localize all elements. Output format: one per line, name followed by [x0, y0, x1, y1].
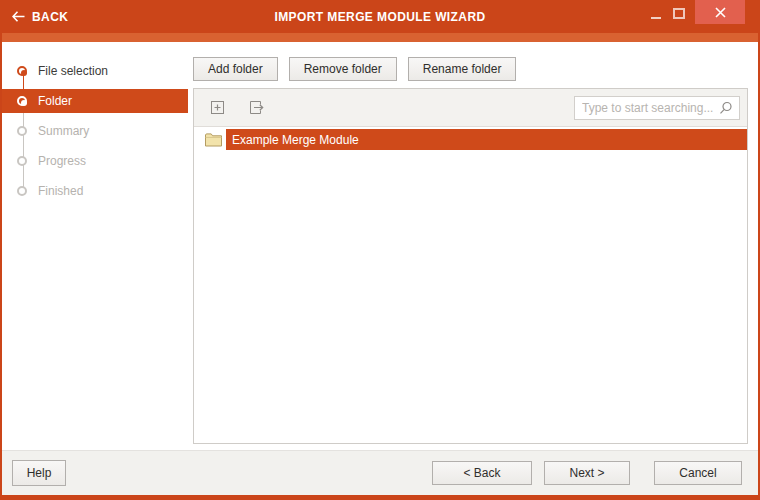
step-circle-icon	[17, 96, 27, 106]
back-nav-button[interactable]: < Back	[432, 461, 532, 485]
arrow-out-box-icon	[249, 100, 265, 115]
folder-tree-panel: Example Merge Module	[193, 88, 748, 444]
step-finished[interactable]: Finished	[2, 176, 188, 206]
minimize-icon	[651, 17, 661, 19]
step-folder[interactable]: Folder	[2, 86, 188, 116]
tree-body: Example Merge Module	[194, 129, 747, 150]
footer-bar: Help < Back Next > Cancel	[2, 450, 758, 495]
folder-icon	[205, 133, 222, 147]
maximize-button[interactable]	[673, 8, 685, 19]
tree-search-box	[574, 96, 740, 120]
wizard-steps-sidebar: File selection Folder Summary Progress F…	[2, 42, 188, 450]
tree-row-merge-module[interactable]: Example Merge Module	[194, 129, 747, 150]
step-circle-icon	[17, 66, 27, 76]
next-button[interactable]: Next >	[544, 461, 630, 485]
collapse-node-button[interactable]	[246, 97, 267, 118]
back-arrow-icon	[12, 11, 25, 22]
window-title: IMPORT MERGE MODULE WIZARD	[0, 0, 760, 33]
folder-actions-row: Add folder Remove folder Rename folder	[193, 57, 516, 81]
cancel-button[interactable]: Cancel	[654, 461, 742, 485]
titlebar: BACK IMPORT MERGE MODULE WIZARD	[0, 0, 760, 33]
step-label: Folder	[38, 94, 72, 108]
close-icon	[715, 7, 726, 18]
step-file-selection[interactable]: File selection	[2, 56, 188, 86]
window-border-bottom	[0, 495, 760, 500]
step-label: File selection	[38, 64, 108, 78]
step-label: Finished	[38, 184, 83, 198]
back-button[interactable]: BACK	[12, 0, 68, 33]
tree-item-label: Example Merge Module	[226, 129, 747, 150]
header-accent-strip	[0, 33, 760, 42]
step-label: Progress	[38, 154, 86, 168]
step-progress[interactable]: Progress	[2, 146, 188, 176]
tree-toolbar	[194, 89, 747, 127]
step-circle-icon	[17, 126, 27, 136]
back-button-label: BACK	[32, 10, 68, 24]
step-circle-icon	[17, 186, 27, 196]
add-folder-button[interactable]: Add folder	[193, 57, 278, 81]
search-icon	[719, 101, 733, 115]
window-border-left	[0, 33, 2, 500]
help-button[interactable]: Help	[12, 460, 66, 486]
footer-nav-buttons: < Back Next > Cancel	[432, 461, 742, 485]
step-circle-icon	[17, 156, 27, 166]
steps-list: File selection Folder Summary Progress F…	[2, 56, 188, 216]
plus-box-icon	[210, 100, 225, 115]
step-summary[interactable]: Summary	[2, 116, 188, 146]
wizard-window: BACK IMPORT MERGE MODULE WIZARD File sel…	[0, 0, 760, 500]
expand-node-button[interactable]	[207, 97, 228, 118]
search-input[interactable]	[582, 101, 719, 115]
rename-folder-button[interactable]: Rename folder	[408, 57, 517, 81]
remove-folder-button[interactable]: Remove folder	[289, 57, 397, 81]
minimize-button[interactable]	[651, 9, 663, 21]
close-button[interactable]	[695, 0, 745, 24]
step-label: Summary	[38, 124, 89, 138]
